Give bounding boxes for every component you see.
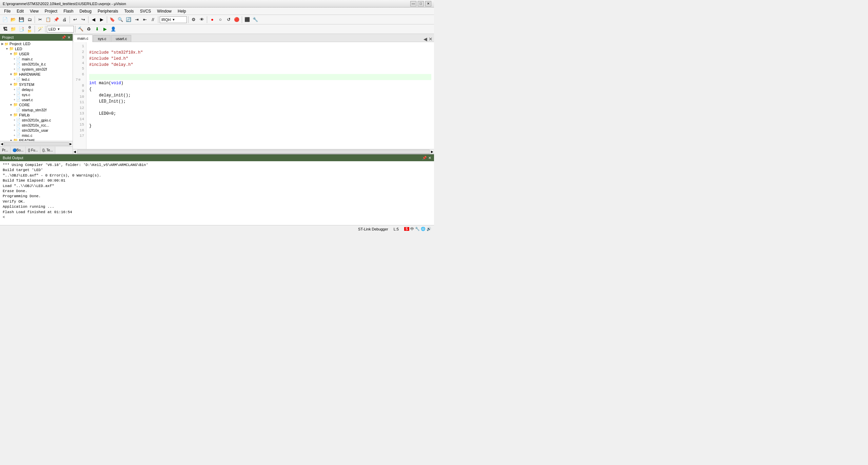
comment-button[interactable]: // [149,16,157,23]
menu-item-flash[interactable]: Flash [61,8,76,14]
maximize-button[interactable]: □ [418,1,424,6]
tree-item-usart-fw[interactable]: + 📄 stm32f10x_usar [0,128,73,133]
copy-button[interactable]: 📋 [44,16,52,23]
close-button[interactable]: ✕ [425,1,431,6]
tree-item-usart-c[interactable]: + 📄 usart.c [0,97,73,102]
window-button[interactable]: ⬛ [243,16,251,23]
tree-item-readme[interactable]: ▼ 📁 README [0,138,73,141]
person-btn[interactable]: 👤 [110,25,117,33]
save-all-button[interactable]: 🗂 [26,16,33,23]
sidebar-tab-templates[interactable]: {}, Te... [40,147,55,154]
menu-item-debug[interactable]: Debug [77,8,94,14]
debug-config-button[interactable]: ⚙ [190,16,197,23]
tree-item-led-root[interactable]: ▼ 📁 LED [0,46,73,51]
tab-main-c[interactable]: main.c [73,35,93,42]
scroll-right-btn[interactable]: ▶ [69,142,73,146]
sidebar-close-icon[interactable]: ✕ [67,35,71,40]
build-pin-icon[interactable]: 📌 [422,156,427,160]
tree-item-gpio[interactable]: + 📄 stm32f10x_gpio.c [0,117,73,123]
redo-button[interactable]: ↪ [79,16,87,23]
replace-button[interactable]: 🔄 [125,16,132,23]
run-button[interactable]: ● [209,16,216,23]
forward-button[interactable]: ▶ [98,16,105,23]
editor-scroll-track[interactable] [77,150,430,154]
back-button[interactable]: ◀ [90,16,97,23]
target-selector[interactable]: LED ▼ [47,26,74,33]
tree-item-system-stm32[interactable]: + 📄 system_stm32f [0,67,73,72]
build-close-icon[interactable]: ✕ [428,156,431,160]
find-button[interactable]: 🔍 [117,16,124,23]
new-multi-btn[interactable]: 📑 [18,25,25,33]
menu-item-tools[interactable]: Tools [122,8,137,14]
build-line: Build target 'LED' [3,168,431,173]
save-button[interactable]: 💾 [18,16,25,23]
menu-item-window[interactable]: Window [154,8,174,14]
tab-scroll-right-icon[interactable]: ✕ [429,36,433,42]
code-line-2: #include "led.h" [89,56,128,61]
project-settings-btn[interactable]: ⚙📁 [26,25,33,33]
menu-item-file[interactable]: File [1,8,13,14]
sidebar-tab-functions[interactable]: {} Fu... [26,147,40,154]
tree-item-main-c[interactable]: + 📄 main.c [0,56,73,61]
menu-item-svcs[interactable]: SVCS [137,8,154,14]
cut-button[interactable]: ✂ [36,16,44,23]
stop-button[interactable]: ○ [217,16,224,23]
run2-btn[interactable]: ▶ [101,25,109,33]
sidebar-pin-icon[interactable]: 📌 [61,35,66,40]
scroll-track[interactable] [4,142,69,146]
tree-item-sys-c[interactable]: + 📄 sys.c [0,92,73,97]
settings-button[interactable]: 🔧 [252,16,259,23]
tree-item-core[interactable]: ▼ 📁 CORE [0,102,73,107]
menu-item-help[interactable]: Help [175,8,189,14]
tree-item-led-c[interactable]: + 📄 led.c [0,77,73,82]
rebuild-btn[interactable]: ♻ [85,25,93,33]
sidebar: Project 📌 ✕ ▶ 📁 Project: LED ▼ 📁 LED ▼ [0,34,73,154]
tree-item-project[interactable]: ▶ 📁 Project: LED [0,41,73,46]
menu-item-peripherals[interactable]: Peripherals [95,8,121,14]
paste-button[interactable]: 📌 [53,16,60,23]
magic-btn[interactable]: 🪄 [36,25,44,33]
tree-item-misc[interactable]: + 📄 misc.c [0,133,73,138]
download-btn[interactable]: ⬇ [93,25,101,33]
editor-scroll-left[interactable]: ◀ [73,150,77,153]
menu-item-view[interactable]: View [27,8,41,14]
menu-item-project[interactable]: Project [42,8,60,14]
undo-button[interactable]: ↩ [71,16,79,23]
sidebar-tab-books[interactable]: 🔵 Bo... [11,147,26,154]
indent-button[interactable]: ⇥ [133,16,140,23]
bookmark-button[interactable]: 🔖 [108,16,116,23]
compile-btn[interactable]: 🔨 [77,25,84,33]
unindent-button[interactable]: ⇤ [141,16,149,23]
tab-scroll-left-icon[interactable]: ◀ [423,36,427,42]
open-project-btn[interactable]: 📁 [9,25,17,33]
sidebar-tab-project[interactable]: Pr... [0,147,11,154]
editor-scroll-right[interactable]: ▶ [430,150,434,153]
minimize-button[interactable]: — [410,1,416,6]
tree-label-stm32-it: stm32f10x_it.c [22,62,46,66]
code-editor[interactable]: 1 2 3 4 5 6 7⊟ 8 9 10 11 12 13 14 15 16 … [73,42,434,149]
reset-button[interactable]: ↺ [225,16,232,23]
build-output-controls: 📌 ✕ [422,156,431,160]
print-button[interactable]: 🖨 [61,16,68,23]
new-button[interactable]: 📄 [1,16,9,23]
tree-label-delay-c: delay.c [22,88,33,92]
tree-item-system[interactable]: ▼ 📁 SYSTEM [0,82,73,87]
scroll-left-btn[interactable]: ◀ [0,142,4,146]
menu-item-edit[interactable]: Edit [14,8,26,14]
code-content[interactable]: #include "stm32f10x.h" #include "led.h" … [86,42,434,149]
build-target-btn[interactable]: 🏗 [1,25,9,33]
tree-item-delay-c[interactable]: + 📄 delay.c [0,87,73,92]
open-button[interactable]: 📂 [9,16,17,23]
tree-item-user[interactable]: ▼ 📁 USER [0,51,73,56]
step-button[interactable]: 🔴 [233,16,240,23]
tree-item-stm32-it[interactable]: + 📄 stm32f10x_it.c [0,61,73,67]
watch-button[interactable]: 👁 [198,16,205,23]
tab-sys-c[interactable]: sys.c [93,35,111,42]
tab-usart-c[interactable]: usart.c [111,35,131,42]
tree-item-hardware[interactable]: ▼ 📁 HARDWARE [0,72,73,77]
irq-dropdown[interactable]: IRQH ▼ [160,16,187,23]
build-output-content[interactable]: *** Using Compiler 'V6.18', folder: 'D:\… [0,161,434,225]
tree-item-fwlib[interactable]: ▼ 📁 FWLib [0,112,73,117]
tree-item-rcc[interactable]: + 📄 stm32f10x_rcc... [0,123,73,128]
tree-item-startup[interactable]: + 📄 startup_stm32f [0,107,73,112]
